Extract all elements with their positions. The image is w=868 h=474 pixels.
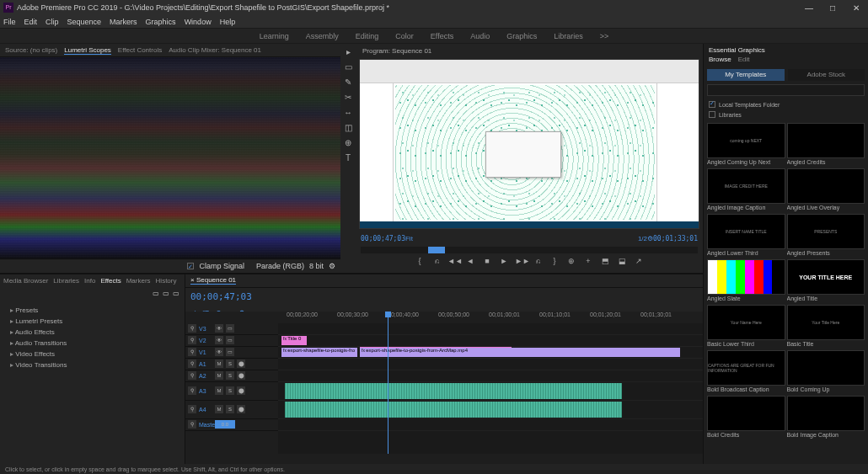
menu-markers[interactable]: Markers: [110, 18, 137, 26]
mark-in-button[interactable]: {: [414, 257, 426, 269]
track-head-a3[interactable]: ⚲A3MS⬤: [185, 382, 278, 401]
play-button[interactable]: ■: [481, 257, 493, 269]
fx-badge-icon[interactable]: ▭: [163, 290, 169, 300]
slip-tool-icon[interactable]: ↔: [342, 108, 354, 120]
wrench-icon[interactable]: ⚙: [647, 235, 653, 242]
selection-tool-icon[interactable]: ▸: [342, 47, 354, 59]
timeline-ruler[interactable]: 00;00;20;00 00;00;30;00 00;00;40;00 00;0…: [278, 312, 703, 323]
eg-local-checkbox[interactable]: [709, 101, 715, 108]
close-button[interactable]: ✕: [848, 2, 865, 13]
menu-edit[interactable]: Edit: [24, 18, 38, 26]
eg-template-item[interactable]: Your Name HereBasic Lower Third: [707, 305, 785, 349]
eg-adobe-stock[interactable]: Adobe Stock: [788, 69, 865, 81]
playhead[interactable]: [388, 312, 388, 454]
workspace-learning[interactable]: Learning: [260, 32, 289, 40]
scope-type-label[interactable]: Parade (RGB): [256, 262, 304, 270]
workspace-graphics[interactable]: Graphics: [506, 32, 537, 40]
tab-markers[interactable]: Markers: [126, 277, 151, 285]
mark-out-button[interactable]: ⎌: [532, 257, 544, 269]
clamp-signal-checkbox[interactable]: [187, 263, 194, 269]
tree-video-effects[interactable]: Video Effects: [3, 349, 181, 359]
tree-presets[interactable]: Presets: [3, 305, 181, 316]
program-current-timecode[interactable]: 00;00;47;03: [361, 235, 405, 242]
export-frame-button[interactable]: +: [582, 257, 594, 269]
scope-bit-label[interactable]: 8 bit: [309, 262, 324, 270]
workspace-editing[interactable]: Editing: [356, 32, 379, 40]
eg-template-item[interactable]: Angled Credits: [787, 123, 865, 167]
eg-template-item[interactable]: INSERT NAME TITLEAngled Lower Third: [707, 214, 785, 258]
razor-tool-icon[interactable]: ✂: [342, 93, 354, 104]
tab-libraries[interactable]: Libraries: [53, 277, 79, 285]
track-a4[interactable]: [278, 401, 703, 419]
eg-template-item[interactable]: Bold Image Caption: [787, 396, 865, 439]
eg-template-item[interactable]: Angled Slate: [707, 259, 785, 303]
minimize-button[interactable]: —: [801, 2, 817, 13]
track-v2[interactable]: fx Title 0: [278, 335, 703, 347]
eg-tab-edit[interactable]: Edit: [738, 56, 750, 67]
hand-tool-icon[interactable]: ⊕: [342, 138, 354, 150]
track-v1[interactable]: fx export-shapefile-to-postgis-fro fx ex…: [278, 347, 703, 359]
tree-audio-effects[interactable]: Audio Effects: [3, 327, 181, 338]
track-a1[interactable]: [278, 359, 703, 370]
fx-badge-icon[interactable]: ▭: [173, 290, 179, 300]
eg-template-item[interactable]: Bold Credits: [707, 396, 785, 439]
menu-clip[interactable]: Clip: [46, 18, 59, 26]
menu-file[interactable]: File: [3, 18, 16, 26]
clip-audio-1[interactable]: [285, 383, 622, 399]
add-marker-button[interactable]: ⎌: [431, 257, 442, 269]
tab-lumetri-scopes[interactable]: Lumetri Scopes: [64, 46, 111, 55]
step-forward-button[interactable]: ►: [498, 257, 510, 269]
fx-badge-icon[interactable]: ▭: [153, 290, 159, 300]
tab-source[interactable]: Source: (no clips): [5, 46, 57, 54]
tree-video-transitions[interactable]: Video Transitions: [3, 359, 181, 370]
track-select-tool-icon[interactable]: ▭: [342, 62, 354, 74]
program-playbar[interactable]: [361, 247, 698, 253]
tab-audio-mixer[interactable]: Audio Clip Mixer: Sequence 01: [169, 46, 261, 54]
workspace-audio[interactable]: Audio: [470, 32, 490, 40]
workspace-overflow[interactable]: >>: [600, 32, 609, 40]
button-editor-button[interactable]: ↗: [633, 257, 645, 269]
clip-video-1[interactable]: fx export-shapefile-to-postgis-fro: [281, 348, 357, 357]
tab-effect-controls[interactable]: Effect Controls: [118, 46, 162, 54]
eg-template-item[interactable]: Bold Coming Up: [787, 350, 865, 394]
comparison-view-button[interactable]: ⬒: [599, 257, 611, 269]
tab-info[interactable]: Info: [84, 277, 95, 285]
wrench-icon[interactable]: ⚙: [329, 262, 335, 270]
tab-effects[interactable]: Effects: [100, 277, 121, 285]
program-fit-dropdown[interactable]: Fit: [405, 235, 413, 242]
clip-audio-2[interactable]: [285, 402, 622, 418]
track-a3[interactable]: [278, 382, 703, 401]
menu-window[interactable]: Window: [185, 18, 212, 26]
pen-tool-icon[interactable]: ◫: [342, 123, 354, 135]
timeline-scrollbar[interactable]: [185, 454, 703, 464]
eg-template-item[interactable]: coming up NEXTAngled Coming Up Next: [707, 123, 785, 167]
track-master[interactable]: [278, 419, 703, 431]
eg-template-item[interactable]: Angled Live Overlay: [787, 168, 865, 212]
menu-help[interactable]: Help: [220, 18, 236, 26]
workspace-color[interactable]: Color: [395, 32, 414, 40]
track-head-master[interactable]: ⚲Master0.0: [185, 419, 278, 431]
track-a2[interactable]: [278, 370, 703, 382]
track-head-a1[interactable]: ⚲A1MS⬤: [185, 359, 278, 370]
track-head-a4[interactable]: ⚲A4MS⬤: [185, 401, 278, 419]
eg-my-templates[interactable]: My Templates: [707, 69, 785, 81]
track-head-v1[interactable]: ⚲V1👁▭: [185, 347, 278, 359]
clip-video-2[interactable]: fx export-shapefile-to-postgis-from-ArcM…: [360, 348, 680, 357]
tree-audio-transitions[interactable]: Audio Transitions: [3, 338, 181, 349]
eg-search-input[interactable]: [707, 84, 865, 96]
program-zoom-dropdown[interactable]: 1/2: [638, 235, 647, 242]
go-to-out-button[interactable]: ►►: [515, 257, 527, 269]
workspace-effects[interactable]: Effects: [431, 32, 453, 40]
eg-template-item[interactable]: PRESENTSAngled Presents: [787, 214, 865, 258]
workspace-libraries[interactable]: Libraries: [554, 32, 583, 40]
timeline-timecode[interactable]: 00;00;47;03: [190, 291, 252, 302]
eg-template-item[interactable]: YOUR TITLE HEREAngled Title: [787, 259, 865, 303]
sequence-tab[interactable]: × Sequence 01: [190, 276, 236, 285]
track-head-v2[interactable]: ⚲V2👁▭: [185, 335, 278, 347]
eg-template-item[interactable]: CAPTIONS ARE GREAT FOR FUN INFORMATIONBo…: [707, 350, 785, 394]
tab-history[interactable]: History: [156, 277, 177, 285]
safe-margins-button[interactable]: ⬓: [616, 257, 628, 269]
lift-button[interactable]: }: [549, 257, 560, 269]
tab-media-browser[interactable]: Media Browser: [3, 277, 48, 285]
eg-template-item[interactable]: Your Title HereBasic Title: [787, 305, 865, 349]
